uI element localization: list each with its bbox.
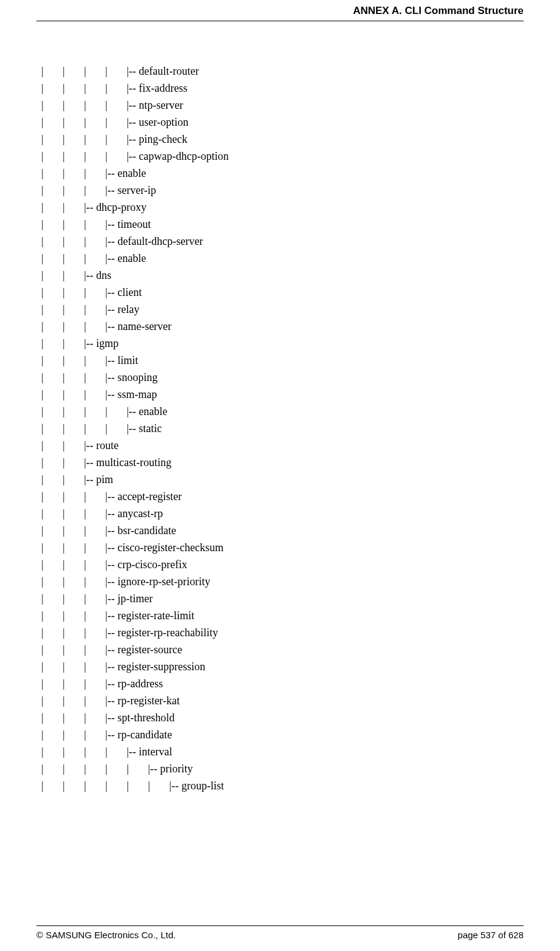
tree-line: | | | |-- relay: [41, 301, 524, 318]
tree-line: | | | |-- crp-cisco-prefix: [41, 556, 524, 573]
tree-line: | | | | | | |-- group-list: [41, 777, 524, 794]
tree-line: | | | |-- register-rate-limit: [41, 607, 524, 624]
tree-line: | | | |-- rp-candidate: [41, 726, 524, 743]
tree-line: | | | | |-- ping-check: [41, 131, 524, 148]
tree-line: | | | |-- jp-timer: [41, 590, 524, 607]
tree-line: | | | | |-- ntp-server: [41, 97, 524, 114]
tree-line: | | | |-- rp-register-kat: [41, 692, 524, 709]
tree-line: | | | |-- rp-address: [41, 675, 524, 692]
tree-line: | | | |-- limit: [41, 352, 524, 369]
tree-line: | | | | | |-- priority: [41, 760, 524, 777]
tree-line: | | |-- dns: [41, 267, 524, 284]
tree-line: | | | |-- timeout: [41, 216, 524, 233]
footer-page-number: page 537 of 628: [458, 930, 524, 940]
footer-copyright: © SAMSUNG Electronics Co., Ltd.: [36, 930, 176, 940]
header-title: ANNEX A. CLI Command Structure: [353, 5, 524, 16]
tree-line: | | | |-- snooping: [41, 369, 524, 386]
tree-line: | | | |-- register-rp-reachability: [41, 624, 524, 641]
tree-line: | | |-- igmp: [41, 335, 524, 352]
tree-line: | | | | |-- default-router: [41, 63, 524, 80]
tree-line: | | | |-- bsr-candidate: [41, 522, 524, 539]
tree-line: | | | |-- cisco-register-checksum: [41, 539, 524, 556]
tree-line: | | | |-- spt-threshold: [41, 709, 524, 726]
tree-line: | | | |-- register-source: [41, 641, 524, 658]
tree-line: | | | | |-- static: [41, 420, 524, 437]
page-header: ANNEX A. CLI Command Structure: [36, 0, 524, 21]
tree-line: | | | |-- ignore-rp-set-priority: [41, 573, 524, 590]
tree-line: | | | | |-- enable: [41, 403, 524, 420]
tree-line: | | | |-- register-suppression: [41, 658, 524, 675]
tree-line: | | |-- dhcp-proxy: [41, 199, 524, 216]
tree-line: | | | | |-- fix-address: [41, 80, 524, 97]
tree-line: | | | | |-- user-option: [41, 114, 524, 131]
tree-line: | | | | |-- capwap-dhcp-option: [41, 148, 524, 165]
cli-command-tree: | | | | |-- default-router| | | | |-- fi…: [41, 63, 524, 794]
tree-line: | | |-- route: [41, 437, 524, 454]
tree-line: | | | |-- name-server: [41, 318, 524, 335]
tree-line: | | |-- pim: [41, 471, 524, 488]
tree-line: | | |-- multicast-routing: [41, 454, 524, 471]
tree-line: | | | |-- default-dhcp-server: [41, 233, 524, 250]
tree-line: | | | |-- enable: [41, 250, 524, 267]
tree-line: | | | |-- client: [41, 284, 524, 301]
tree-line: | | | |-- server-ip: [41, 182, 524, 199]
tree-line: | | | | |-- interval: [41, 743, 524, 760]
tree-line: | | | |-- accept-register: [41, 488, 524, 505]
page-footer: © SAMSUNG Electronics Co., Ltd. page 537…: [36, 925, 524, 940]
tree-line: | | | |-- anycast-rp: [41, 505, 524, 522]
tree-line: | | | |-- enable: [41, 165, 524, 182]
tree-line: | | | |-- ssm-map: [41, 386, 524, 403]
document-page: ANNEX A. CLI Command Structure | | | | |…: [0, 0, 560, 951]
